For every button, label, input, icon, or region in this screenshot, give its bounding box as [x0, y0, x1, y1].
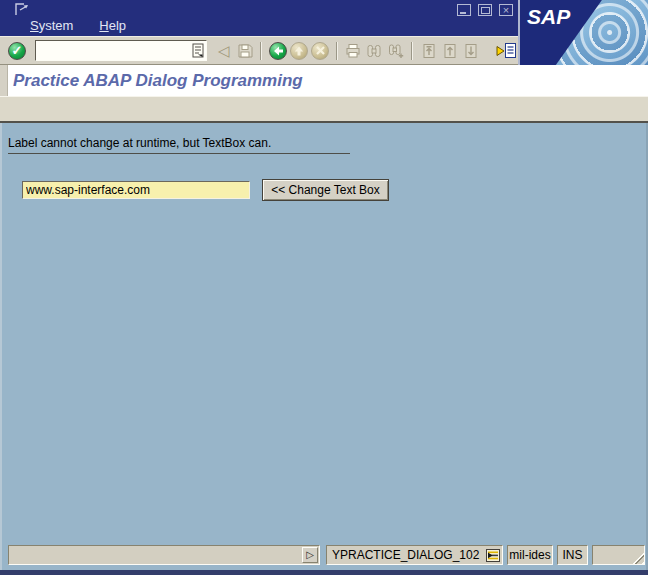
resize-grip-icon[interactable] — [629, 549, 644, 564]
new-session-icon — [495, 42, 517, 60]
first-page-button[interactable] — [419, 41, 438, 61]
first-page-icon — [420, 42, 438, 60]
page-up-button[interactable] — [440, 41, 459, 61]
status-end-field — [592, 545, 645, 565]
enter-button[interactable]: ✓ — [7, 40, 27, 61]
application-toolbar — [0, 96, 648, 123]
sap-gui-window: System Help × ✓ — [0, 0, 648, 575]
minimize-icon[interactable] — [457, 4, 471, 16]
standard-toolbar: ✓ ◁ — [0, 36, 518, 65]
exit-icon — [290, 42, 308, 60]
menu-bar: System Help — [26, 17, 130, 34]
window-bottom-border — [0, 570, 648, 575]
status-transaction-text: YPRACTICE_DIALOG_102 — [332, 546, 479, 564]
toolbar-separator — [260, 42, 262, 60]
status-message-text — [9, 548, 14, 562]
cancel-icon — [311, 42, 329, 60]
find-next-icon — [387, 42, 405, 60]
label-underline — [8, 153, 350, 154]
command-history-icon[interactable] — [192, 43, 204, 59]
close-icon[interactable]: × — [499, 4, 513, 16]
toolbar-separator — [336, 42, 338, 60]
status-insert-mode-field: INS — [557, 545, 588, 565]
window-controls: × — [457, 4, 513, 16]
print-button[interactable] — [344, 41, 363, 61]
titlebar-row: System Help × — [0, 0, 518, 36]
page-down-icon — [462, 42, 480, 60]
command-input[interactable] — [39, 43, 192, 58]
sap-logo-text: SAP — [527, 5, 570, 29]
back-icon — [269, 42, 287, 60]
save-icon — [236, 42, 254, 60]
main-content: Label cannot change at runtime, but Text… — [0, 123, 648, 570]
status-message-field: ▷ — [8, 545, 320, 565]
menu-system[interactable]: System — [26, 17, 77, 34]
menu-help[interactable]: Help — [95, 17, 130, 34]
print-icon — [344, 42, 362, 60]
maximize-icon[interactable] — [478, 4, 492, 16]
save-button[interactable] — [235, 41, 254, 61]
status-expand-icon[interactable]: ▷ — [302, 547, 318, 563]
back-button[interactable] — [268, 41, 287, 61]
previous-item-icon: ◁ — [218, 43, 230, 58]
status-transaction-field: YPRACTICE_DIALOG_102 — [326, 545, 503, 565]
status-server-text: mil-ides — [509, 548, 550, 562]
command-field[interactable] — [35, 40, 207, 61]
page-title: Practice ABAP Dialog Programming — [13, 71, 303, 91]
transaction-list-icon[interactable] — [486, 549, 500, 562]
status-insert-mode-text: INS — [562, 548, 582, 562]
url-textbox[interactable] — [22, 181, 250, 199]
system-menu-icon[interactable] — [12, 1, 32, 16]
runtime-label: Label cannot change at runtime, but Text… — [8, 136, 271, 150]
exit-button[interactable] — [289, 41, 308, 61]
find-button[interactable] — [365, 41, 384, 61]
page-up-icon — [441, 42, 459, 60]
screen-title-row: Practice ABAP Dialog Programming — [0, 65, 648, 96]
find-icon — [365, 42, 383, 60]
title-left-block — [0, 65, 8, 96]
previous-item-button[interactable]: ◁ — [214, 41, 233, 61]
change-textbox-button[interactable]: << Change Text Box — [262, 179, 389, 201]
cancel-button[interactable] — [310, 41, 329, 61]
new-session-button[interactable] — [494, 41, 517, 61]
sap-logo: SAP — [518, 0, 648, 65]
find-next-button[interactable] — [386, 41, 405, 61]
toolbar-separator — [411, 42, 413, 60]
titlebar: System Help × ✓ — [0, 0, 648, 65]
page-down-button[interactable] — [461, 41, 480, 61]
status-server-field: mil-ides — [507, 545, 553, 565]
enter-icon: ✓ — [8, 42, 26, 60]
